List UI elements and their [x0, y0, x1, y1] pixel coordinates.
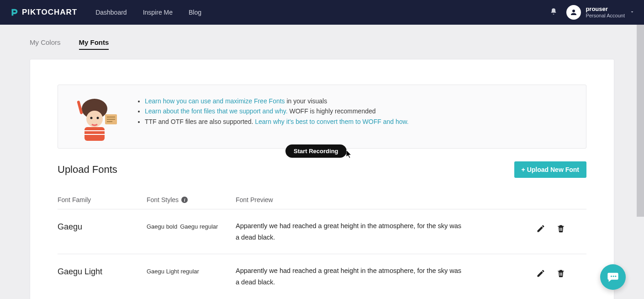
- section-title: Upload Fonts: [58, 164, 117, 176]
- user-name: prouser: [586, 6, 625, 13]
- font-family-name: Gaegu Light: [58, 265, 147, 277]
- tabs: My Colors My Fonts: [0, 25, 644, 54]
- info-link-convert-woff[interactable]: Learn why it's best to convert them to W…: [255, 118, 409, 125]
- info-link-supported-files[interactable]: Learn about the font files that we suppo…: [145, 107, 288, 115]
- table-header: Font Family Font Styles i Font Preview: [58, 178, 586, 209]
- font-preview: Apparently we had reached a great height…: [236, 265, 464, 288]
- col-font-preview: Font Preview: [236, 196, 536, 203]
- user-account: Personal Account: [586, 13, 625, 19]
- brand-logo[interactable]: PIKTOCHART: [9, 7, 77, 17]
- info-icon[interactable]: i: [181, 197, 188, 203]
- info-link-free-fonts[interactable]: Learn how you can use and maximize Free …: [145, 97, 285, 105]
- row-actions: [536, 265, 586, 280]
- chevron-down-icon: [629, 8, 635, 16]
- col-font-styles: Font Styles i: [147, 196, 236, 203]
- info-list: Learn how you can use and maximize Free …: [136, 91, 409, 142]
- chat-launcher[interactable]: [600, 264, 626, 290]
- upload-new-font-button[interactable]: + Upload New Font: [514, 161, 586, 178]
- nav-right: prouser Personal Account: [550, 5, 635, 20]
- svg-point-3: [97, 117, 99, 119]
- trash-icon[interactable]: [556, 224, 565, 235]
- chat-icon: [607, 271, 619, 283]
- user-text: prouser Personal Account: [586, 6, 625, 19]
- logo-icon: [9, 7, 19, 17]
- nav-links: Dashboard Inspire Me Blog: [95, 9, 201, 16]
- svg-point-14: [615, 276, 616, 277]
- edit-icon[interactable]: [536, 269, 545, 280]
- top-nav: PIKTOCHART Dashboard Inspire Me Blog pro…: [0, 0, 644, 25]
- table-row: Gaegu Gaegu bold Gaegu regular Apparentl…: [58, 209, 586, 254]
- trash-icon[interactable]: [556, 269, 565, 280]
- svg-point-2: [90, 117, 93, 119]
- brand-text: PIKTOCHART: [22, 8, 77, 17]
- font-styles: Gaegu Light regular: [147, 265, 236, 277]
- avatar-icon: [566, 5, 581, 20]
- svg-point-13: [613, 276, 614, 277]
- main-card: Learn how you can use and maximize Free …: [30, 59, 614, 299]
- table-row: Gaegu Light Gaegu Light regular Apparent…: [58, 254, 586, 299]
- user-menu[interactable]: prouser Personal Account: [566, 5, 635, 20]
- nav-dashboard[interactable]: Dashboard: [95, 9, 127, 16]
- tab-my-fonts[interactable]: My Fonts: [79, 38, 109, 50]
- info-item-3: TTF and OTF files are also supported. Le…: [145, 117, 409, 127]
- nav-blog[interactable]: Blog: [189, 9, 201, 16]
- svg-point-12: [611, 276, 612, 277]
- font-preview: Apparently we had reached a great height…: [236, 220, 464, 243]
- start-recording-tooltip[interactable]: Start Recording: [285, 144, 347, 158]
- info-item-1: Learn how you can use and maximize Free …: [145, 96, 409, 106]
- col-font-family: Font Family: [58, 196, 147, 203]
- notifications-icon[interactable]: [550, 8, 557, 17]
- scrollbar-thumb[interactable]: [637, 25, 644, 217]
- font-family-name: Gaegu: [58, 220, 147, 232]
- section-header: Upload Fonts + Upload New Font: [58, 161, 586, 178]
- tab-my-colors[interactable]: My Colors: [30, 38, 61, 50]
- info-illustration: [67, 91, 122, 142]
- font-styles: Gaegu bold Gaegu regular: [147, 220, 236, 232]
- edit-icon[interactable]: [536, 224, 545, 235]
- info-box: Learn how you can use and maximize Free …: [58, 85, 586, 149]
- info-item-2: Learn about the font files that we suppo…: [145, 106, 409, 116]
- row-actions: [536, 220, 586, 235]
- nav-inspire-me[interactable]: Inspire Me: [143, 9, 173, 16]
